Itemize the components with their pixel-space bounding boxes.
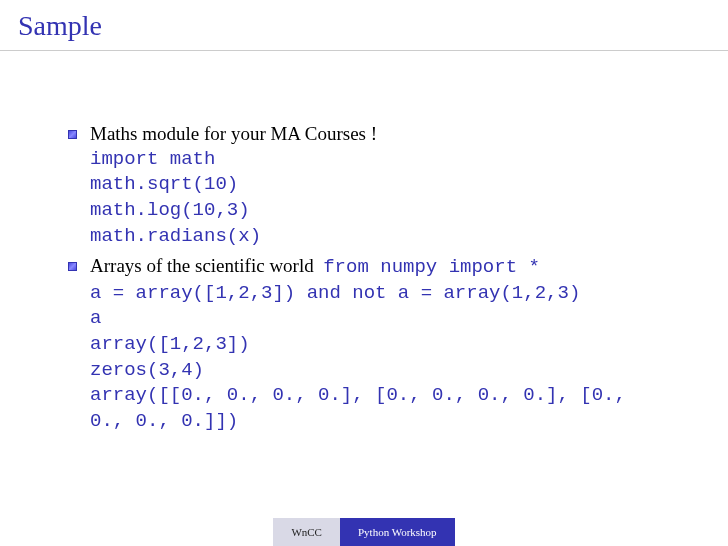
slide: Sample Maths module for your MA Courses … <box>0 0 728 546</box>
slide-content: Maths module for your MA Courses ! impor… <box>0 51 728 518</box>
bullet-item: Maths module for your MA Courses ! impor… <box>90 121 668 249</box>
code-block: a = array([1,2,3]) and not a = array(1,2… <box>90 281 668 435</box>
footer: WnCC Python Workshop <box>0 518 728 546</box>
footer-title: Python Workshop <box>340 518 455 546</box>
footer-author: WnCC <box>273 518 340 546</box>
title-bar: Sample <box>0 0 728 51</box>
code-block: import math math.sqrt(10) math.log(10,3)… <box>90 147 668 250</box>
footer-spacer <box>455 518 728 546</box>
bullet-text: Maths module for your MA Courses ! <box>90 123 377 144</box>
bullet-item: Arrays of the scientific world from nump… <box>90 253 668 434</box>
bullet-text: Arrays of the scientific world <box>90 255 314 276</box>
inline-code: from numpy import * <box>323 256 540 278</box>
slide-title: Sample <box>18 10 710 42</box>
footer-spacer <box>0 518 273 546</box>
